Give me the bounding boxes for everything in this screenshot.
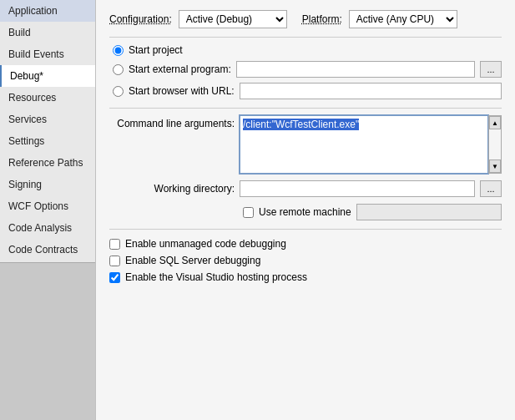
sidebar-item-build-events[interactable]: Build Events [0,43,95,65]
sidebar-item-reference-paths[interactable]: Reference Paths [0,152,95,174]
checkbox-hosting[interactable] [109,272,120,283]
sidebar-item-services[interactable]: Services [0,109,95,130]
remote-machine-row: Use remote machine [243,204,502,220]
cmd-args-label-text: Command line arguments: [117,118,235,129]
start-external-label[interactable]: Start external program: [129,63,231,75]
scrollbar-down-btn[interactable]: ▼ [489,159,501,173]
sidebar-bottom [0,262,95,420]
start-external-input[interactable] [236,61,475,78]
radio-start-project: Start project [113,44,502,56]
start-browser-label[interactable]: Start browser with URL: [129,85,235,97]
working-dir-row: Working directory: ... [109,180,502,197]
separator-3 [109,229,502,230]
checkbox-label-sql[interactable]: Enable SQL Server debugging [125,255,260,266]
checkbox-label-hosting[interactable]: Enable the Visual Studio hosting process [125,271,307,283]
checkbox-sql[interactable] [109,256,120,266]
remote-machine-label[interactable]: Use remote machine [259,206,351,218]
cmd-args-row: Command line arguments: ▲ ▼ [109,115,502,174]
configuration-select[interactable]: Active (Debug) Debug Release [179,10,287,28]
working-dir-input[interactable] [240,180,475,197]
checkbox-row-sql: Enable SQL Server debugging [109,255,502,266]
start-action-group: Start project Start external program: ..… [113,44,502,99]
start-project-label[interactable]: Start project [129,44,183,56]
radio-start-external: Start external program: ... [113,61,502,78]
checkbox-label-unmanaged[interactable]: Enable unmanaged code debugging [125,238,286,250]
debug-checkboxes: Enable unmanaged code debuggingEnable SQ… [109,238,502,283]
start-external-browse[interactable]: ... [480,61,502,78]
configuration-label: Configuration: [109,13,172,25]
cmd-args-textarea[interactable] [240,115,488,174]
sidebar-item-wcf-options[interactable]: WCF Options [0,195,95,217]
cmd-args-label: Command line arguments: [109,115,235,129]
sidebar-item-application[interactable]: Application [0,0,95,22]
sidebar-item-code-contracts[interactable]: Code Contracts [0,239,95,261]
working-dir-label: Working directory: [109,183,235,195]
start-browser-input[interactable] [240,83,502,99]
remote-machine-checkbox[interactable] [243,207,254,218]
cmd-args-scrollbar[interactable]: ▲ ▼ [488,115,502,174]
radio-start-browser: Start browser with URL: [113,83,502,99]
cmd-args-container: ▲ ▼ [240,115,502,174]
scrollbar-up-btn[interactable]: ▲ [489,116,501,129]
remote-machine-input[interactable] [356,204,502,220]
start-browser-radio[interactable] [113,86,124,97]
main-content: Configuration: Active (Debug) Debug Rele… [96,0,515,420]
sidebar-item-debug[interactable]: Debug* [0,65,95,87]
start-external-radio[interactable] [113,64,124,75]
checkbox-unmanaged[interactable] [109,239,120,250]
checkbox-row-unmanaged: Enable unmanaged code debugging [109,238,502,250]
start-project-radio[interactable] [113,45,124,56]
sidebar-item-build[interactable]: Build [0,22,95,43]
config-row: Configuration: Active (Debug) Debug Rele… [109,10,502,28]
checkbox-row-hosting: Enable the Visual Studio hosting process [109,271,502,283]
working-dir-browse[interactable]: ... [480,180,502,197]
separator-2 [109,108,502,109]
platform-select[interactable]: Active (Any CPU) Any CPU [349,10,457,28]
platform-label: Platform: [302,13,342,25]
scrollbar-track [489,129,501,159]
sidebar-item-signing[interactable]: Signing [0,174,95,195]
sidebar: ApplicationBuildBuild EventsDebug*Resour… [0,0,96,420]
sidebar-item-settings[interactable]: Settings [0,130,95,152]
sidebar-item-resources[interactable]: Resources [0,87,95,109]
separator-1 [109,37,502,38]
sidebar-item-code-analysis[interactable]: Code Analysis [0,217,95,239]
